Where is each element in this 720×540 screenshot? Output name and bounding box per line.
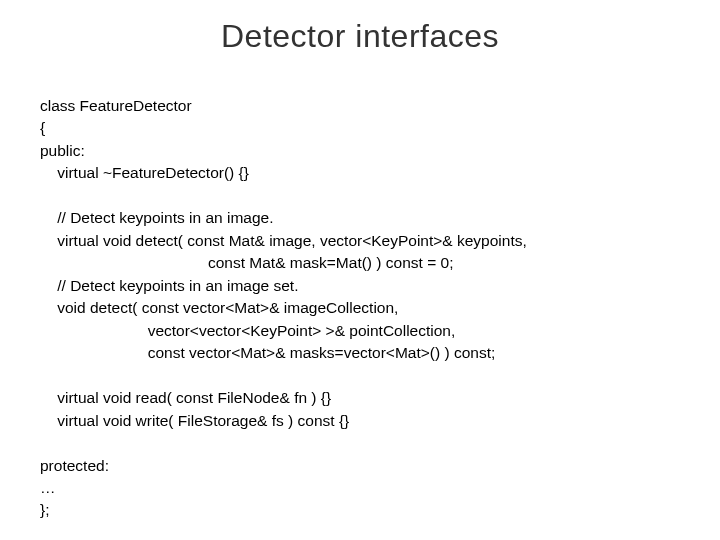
code-line: { [40,119,45,136]
slide-title: Detector interfaces [40,18,680,55]
code-line: virtual void write( FileStorage& fs ) co… [40,412,349,429]
code-line: vector<vector<KeyPoint> >& pointCollecti… [40,322,455,339]
slide: Detector interfaces class FeatureDetecto… [0,0,720,540]
code-line: virtual void read( const FileNode& fn ) … [40,389,331,406]
code-line: class FeatureDetector [40,97,192,114]
code-line: void detect( const vector<Mat>& imageCol… [40,299,398,316]
code-block: class FeatureDetector { public: virtual … [40,95,680,522]
code-line: public: [40,142,85,159]
code-line: virtual void detect( const Mat& image, v… [40,232,527,249]
code-line: // Detect keypoints in an image set. [40,277,298,294]
code-line: virtual ~FeatureDetector() {} [40,164,249,181]
code-line: }; [40,501,49,518]
code-line: // Detect keypoints in an image. [40,209,273,226]
code-line: protected: [40,457,109,474]
code-line: const vector<Mat>& masks=vector<Mat>() )… [40,344,495,361]
code-line: const Mat& mask=Mat() ) const = 0; [40,254,453,271]
code-line: … [40,479,56,496]
